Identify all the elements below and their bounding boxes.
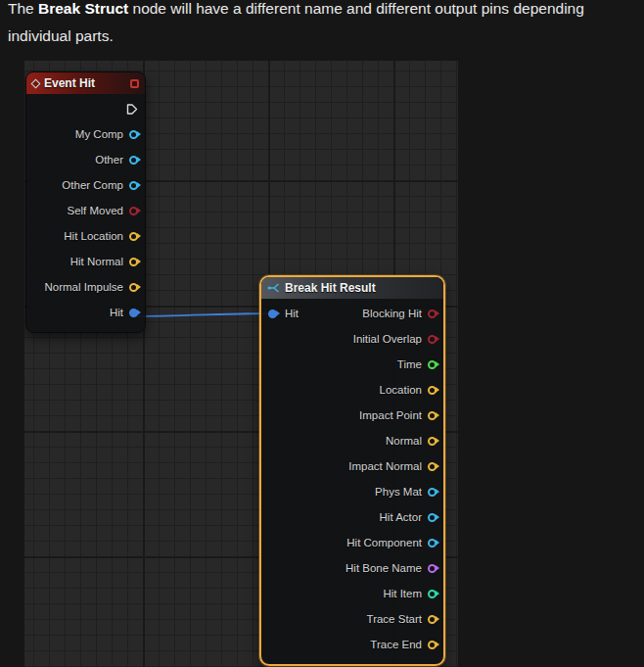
intro-paragraph: The Break Struct node will have a differ… [8,0,584,20]
pin-icon-output-connected[interactable] [129,309,138,317]
pin-row[interactable]: Hit Bone Name [261,555,443,581]
pin-icon-output[interactable] [428,513,437,522]
pin-icon-output[interactable] [428,615,437,624]
pin-label: Trace Start [367,613,422,625]
pin-icon-output[interactable] [129,181,138,190]
pin-row[interactable]: Normal [261,428,443,453]
pin-row[interactable]: Location [261,377,443,403]
node-event-hit-header[interactable]: Event Hit [26,72,145,94]
pin-label: Blocking Hit [362,308,422,319]
exec-output-pin-icon[interactable] [125,103,138,116]
pin-row[interactable]: Hit Actor [261,504,443,530]
pin-row[interactable]: Hit Component [261,530,443,555]
pin-icon-output[interactable] [428,310,437,318]
pin-label: Hit Actor [380,511,422,523]
pin-row[interactable]: Initial Overlap [261,326,443,352]
pin-row[interactable]: Normal Impulse [26,274,145,300]
node-title: Event Hit [44,76,95,90]
pin-icon-input-connected[interactable] [268,310,277,318]
intro-text-pre: The [8,0,38,17]
delegate-pin-icon[interactable] [130,79,139,88]
pin-icon-output[interactable] [129,156,138,165]
pin-icon-output[interactable] [129,232,138,241]
pin-icon-output[interactable] [428,641,437,649]
pin-label: Hit [110,307,123,318]
pin-icon-output[interactable] [428,411,437,420]
pin-label: Normal Impulse [44,281,123,293]
pin-row[interactable]: Trace Start [261,606,443,632]
pin-label: Other Comp [62,179,123,191]
pin-row[interactable]: Hit [26,300,145,325]
pin-icon-output[interactable] [129,207,138,215]
pin-row[interactable]: Self Moved [26,198,145,223]
input-pin-group[interactable]: Hit [268,308,299,319]
event-icon [31,78,41,88]
blueprint-graph-canvas[interactable]: Event Hit My Comp Other Other Comp [24,61,458,667]
pin-label: Hit Location [64,230,123,242]
pin-row[interactable]: Hit Location [26,223,145,249]
pin-icon-output[interactable] [428,437,437,446]
pin-label: Trace End [370,639,422,650]
pin-row[interactable]: Time [261,352,443,377]
pin-icon-output[interactable] [428,539,437,548]
pin-label: Hit Bone Name [345,562,422,574]
pin-label: Hit Normal [70,256,123,267]
pin-label: Location [380,384,422,396]
intro-bold-term: Break Struct [38,0,128,17]
pin-row[interactable]: Other Comp [26,172,145,198]
pin-label: Initial Overlap [353,333,422,345]
node-body: My Comp Other Other Comp Self Moved Hit … [26,94,145,332]
pin-label: Phys Mat [375,486,422,498]
pin-icon-output[interactable] [129,258,138,266]
pin-label: Normal [386,435,422,447]
pin-icon-output[interactable] [428,335,437,344]
pin-row[interactable]: Hit Normal [26,249,145,274]
pin-label: Other [95,154,123,166]
intro-line2: individual parts. [8,25,114,47]
pin-label: Hit Component [346,537,422,548]
pin-label: Self Moved [67,205,123,216]
node-body: Hit Blocking Hit Initial Overlap Time Lo… [261,299,443,664]
exec-pin-row[interactable] [26,96,145,121]
pin-label: Hit Item [383,588,422,599]
pin-icon-output[interactable] [129,130,138,139]
break-struct-icon [267,282,280,294]
node-break-hit-result[interactable]: Break Hit Result Hit Blocking Hit Initia… [259,275,445,666]
pin-label: My Comp [75,128,123,140]
pin-row-io[interactable]: Hit Blocking Hit [261,301,443,326]
pin-label: Impact Point [359,409,422,421]
pin-row[interactable]: Impact Normal [261,453,443,479]
node-title: Break Hit Result [285,281,376,295]
pin-row[interactable]: Phys Mat [261,479,443,504]
pin-row[interactable]: Other [26,147,145,172]
pin-row[interactable]: Impact Point [261,403,443,428]
hit-connection-wire [134,313,272,316]
pin-icon-output[interactable] [428,462,437,471]
pin-label: Impact Normal [348,460,422,472]
pin-icon-output[interactable] [428,386,437,395]
pin-label: Hit [285,308,299,319]
pin-row[interactable]: Trace End [261,632,443,657]
node-break-hit-result-header[interactable]: Break Hit Result [261,277,443,299]
pin-icon-output[interactable] [129,283,138,292]
pin-row[interactable]: My Comp [26,121,145,147]
node-event-hit[interactable]: Event Hit My Comp Other Other Comp [25,71,146,333]
pin-icon-output[interactable] [428,488,437,497]
intro-text-post: node will have a different name and diff… [128,0,584,17]
pin-icon-output[interactable] [428,590,437,598]
pin-icon-output[interactable] [428,564,437,573]
pin-label: Time [397,358,422,370]
pin-row[interactable]: Hit Item [261,581,443,606]
pin-icon-output[interactable] [428,360,437,369]
